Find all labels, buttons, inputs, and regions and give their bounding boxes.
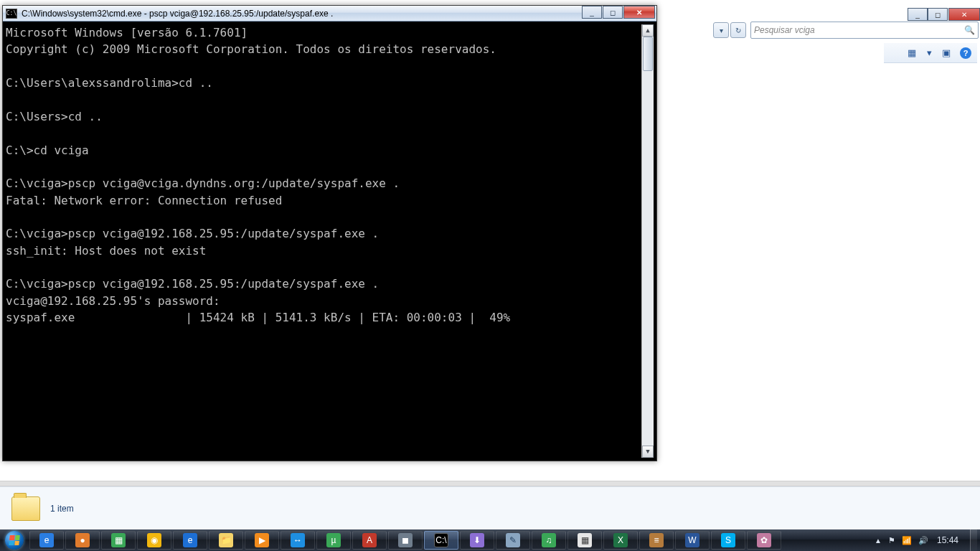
ch-icon: ◉ — [147, 533, 161, 547]
help-icon[interactable]: ? — [960, 47, 971, 59]
taskbar-item-wd[interactable]: W — [675, 531, 710, 550]
tray-clock[interactable]: 15:44 — [935, 535, 961, 545]
wmc-icon: ▦ — [111, 533, 126, 547]
taskbar-item-pt[interactable]: ✿ — [747, 531, 781, 550]
system-tray: ▲ ⚑ 📶 🔊 15:44 — [872, 529, 980, 551]
view-options-icon[interactable]: ▦ — [905, 47, 918, 60]
folder-icon — [11, 496, 40, 521]
explorer-details-pane: 1 item — [0, 486, 980, 529]
view-options-dropdown[interactable]: ▾ — [925, 47, 933, 60]
cmd-titlebar[interactable]: C:\ C:\Windows\system32\cmd.exe - pscp v… — [3, 6, 656, 22]
taskbar-item-dl[interactable]: ⬇ — [460, 531, 494, 550]
cmd-icon: C:\ — [434, 533, 448, 547]
taskbar-item-wmp[interactable]: ▶ — [245, 531, 279, 550]
ie2-icon: e — [183, 533, 197, 547]
taskbar-item-ar[interactable]: A — [352, 531, 387, 550]
cmd-scrollbar[interactable]: ▲ ▼ — [641, 24, 654, 458]
explorer-content-pane[interactable] — [657, 63, 980, 466]
item-count-label: 1 item — [50, 504, 74, 514]
network-icon[interactable]: 📶 — [902, 536, 912, 545]
tray-overflow-button[interactable]: ▲ — [875, 537, 882, 545]
ar-icon: A — [362, 533, 377, 547]
start-button[interactable] — [0, 529, 29, 551]
cmd-maximize-button[interactable]: ◻ — [603, 6, 623, 19]
taskbar-item-cal[interactable]: ▦ — [567, 531, 602, 550]
cmd-title-text: C:\Windows\system32\cmd.exe - pscp vciga… — [22, 9, 333, 19]
cal-icon: ▦ — [578, 533, 592, 547]
taskbar-item-ie2[interactable]: e — [173, 531, 207, 550]
sk-icon: S — [721, 533, 735, 547]
db-icon: ≡ — [649, 533, 664, 547]
cmd-window: C:\ C:\Windows\system32\cmd.exe - pscp v… — [2, 5, 657, 461]
explorer-address-toolbar: ▾ ↻ Pesquisar vciga 🔍 — [713, 20, 979, 40]
dl-icon: ⬇ — [470, 533, 484, 547]
taskbar-item-ie[interactable]: e — [29, 531, 64, 550]
windows-logo-icon — [9, 535, 19, 545]
tv-icon: ↔ — [291, 533, 305, 547]
taskbar-items: e●▦◉e📁▶↔µA◼C:\⬇✎♫▦X≡WS✿ — [29, 529, 782, 551]
cmd-close-button[interactable]: ✕ — [623, 6, 655, 19]
xl-icon: X — [613, 533, 628, 547]
ie-icon: e — [39, 533, 54, 547]
ut-icon: µ — [326, 533, 341, 547]
taskbar-item-ns[interactable]: ♫ — [532, 531, 566, 550]
wd-icon: W — [685, 533, 699, 547]
explorer-splitter-h[interactable] — [0, 481, 980, 486]
taskbar-item-fld[interactable]: 📁 — [209, 531, 243, 550]
explorer-nav-dropdown[interactable]: ▾ — [713, 22, 729, 38]
taskbar-item-cmd[interactable]: C:\ — [424, 531, 458, 550]
taskbar-item-wmc[interactable]: ▦ — [101, 531, 136, 550]
ns-icon: ♫ — [542, 533, 556, 547]
explorer-search-placeholder: Pesquisar vciga — [754, 25, 815, 35]
scrollbar-up-button[interactable]: ▲ — [642, 24, 654, 37]
np-icon: ✎ — [506, 533, 520, 547]
taskbar-item-ff[interactable]: ● — [65, 531, 100, 550]
bg-minimize-button[interactable]: _ — [908, 8, 928, 21]
ff-icon: ● — [75, 533, 90, 547]
explorer-refresh-button[interactable]: ↻ — [730, 22, 746, 38]
action-center-icon[interactable]: ⚑ — [888, 536, 895, 545]
bg-close-button[interactable]: ✕ — [948, 8, 980, 21]
scrollbar-track[interactable] — [642, 37, 654, 446]
explorer-view-toolbar: ▦ ▾ ▣ ? — [884, 43, 977, 63]
scrollbar-down-button[interactable]: ▼ — [642, 446, 654, 458]
taskbar-item-np[interactable]: ✎ — [496, 531, 530, 550]
volume-icon[interactable]: 🔊 — [918, 536, 928, 545]
taskbar-item-gen[interactable]: ◼ — [388, 531, 423, 550]
cmd-minimize-button[interactable]: _ — [582, 6, 602, 19]
explorer-search-input[interactable]: Pesquisar vciga 🔍 — [750, 22, 979, 39]
cmd-client-area[interactable]: Microsoft Windows [versão 6.1.7601] Copy… — [3, 22, 656, 461]
taskbar-item-xl[interactable]: X — [603, 531, 638, 550]
fld-icon: 📁 — [219, 533, 233, 547]
cmd-output[interactable]: Microsoft Windows [versão 6.1.7601] Copy… — [6, 24, 641, 458]
bg-maximize-button[interactable]: ◻ — [928, 8, 948, 21]
cmd-system-menu-icon[interactable]: C:\ — [6, 9, 17, 19]
taskbar: e●▦◉e📁▶↔µA◼C:\⬇✎♫▦X≡WS✿ ▲ ⚑ 📶 🔊 15:44 — [0, 529, 980, 551]
gen-icon: ◼ — [398, 533, 413, 547]
pt-icon: ✿ — [757, 533, 771, 547]
taskbar-item-ut[interactable]: µ — [316, 531, 351, 550]
scrollbar-thumb[interactable] — [643, 37, 653, 71]
search-icon: 🔍 — [964, 25, 975, 35]
taskbar-item-ch[interactable]: ◉ — [137, 531, 171, 550]
taskbar-item-tv[interactable]: ↔ — [281, 531, 315, 550]
show-desktop-button[interactable] — [970, 529, 977, 551]
preview-pane-icon[interactable]: ▣ — [940, 47, 953, 60]
taskbar-item-sk[interactable]: S — [711, 531, 745, 550]
wmp-icon: ▶ — [255, 533, 269, 547]
taskbar-item-db[interactable]: ≡ — [639, 531, 674, 550]
